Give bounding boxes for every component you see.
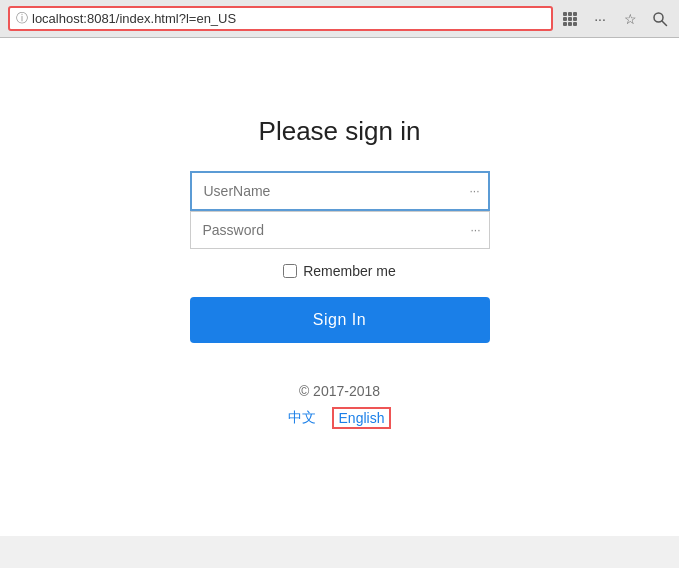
grid-dot — [573, 22, 577, 26]
password-input-wrapper: ··· — [190, 211, 490, 249]
login-form: ··· ··· — [190, 171, 490, 249]
remember-me-checkbox[interactable] — [283, 264, 297, 278]
footer: © 2017-2018 中文 English — [288, 383, 392, 429]
login-title: Please sign in — [259, 116, 421, 147]
address-bar-text: localhost:8081/index.html?l=en_US — [32, 11, 545, 26]
username-input-wrapper: ··· — [190, 171, 490, 211]
username-input-icon: ··· — [469, 184, 479, 198]
more-icon[interactable]: ··· — [589, 8, 611, 30]
grid-dot — [568, 22, 572, 26]
browser-icons: ··· ☆ — [559, 8, 671, 30]
password-input-icon: ··· — [470, 223, 480, 237]
page-content: Please sign in ··· ··· Remember me Sign … — [0, 38, 679, 536]
english-language-link[interactable]: English — [332, 407, 392, 429]
grid-dot — [568, 12, 572, 16]
browser-chrome: ⓘ localhost:8081/index.html?l=en_US ··· … — [0, 0, 679, 38]
copyright-text: © 2017-2018 — [299, 383, 380, 399]
username-input[interactable] — [192, 173, 488, 209]
password-input[interactable] — [191, 212, 489, 248]
info-icon: ⓘ — [16, 10, 28, 27]
grid-dot — [563, 12, 567, 16]
grid-dot — [563, 22, 567, 26]
grid-dot — [573, 12, 577, 16]
browser-toolbar: ⓘ localhost:8081/index.html?l=en_US ··· … — [0, 0, 679, 37]
language-links: 中文 English — [288, 407, 392, 429]
remember-me-row: Remember me — [283, 263, 396, 279]
grid-icon — [563, 12, 577, 26]
star-icon[interactable]: ☆ — [619, 8, 641, 30]
chinese-language-link[interactable]: 中文 — [288, 409, 316, 427]
grid-dot — [563, 17, 567, 21]
grid-icon-button[interactable] — [559, 8, 581, 30]
grid-dot — [573, 17, 577, 21]
search-icon[interactable] — [649, 8, 671, 30]
sign-in-button[interactable]: Sign In — [190, 297, 490, 343]
svg-line-1 — [662, 21, 667, 26]
grid-dot — [568, 17, 572, 21]
address-bar-wrapper[interactable]: ⓘ localhost:8081/index.html?l=en_US — [8, 6, 553, 31]
remember-me-label: Remember me — [303, 263, 396, 279]
